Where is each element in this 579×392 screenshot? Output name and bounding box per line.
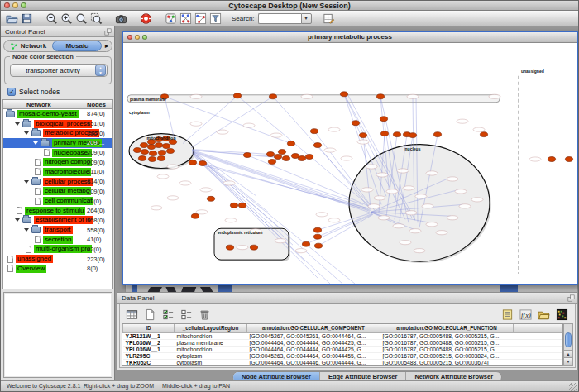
- graph-node[interactable]: [133, 148, 141, 153]
- graph-node[interactable]: [305, 155, 313, 160]
- graph-node[interactable]: [340, 92, 347, 97]
- snapshot-button[interactable]: [114, 12, 129, 26]
- graph-node[interactable]: [147, 145, 155, 150]
- graph-node[interactable]: [141, 150, 148, 155]
- tree-row[interactable]: macromolecule311(0): [3, 167, 112, 177]
- graph-node[interactable]: [157, 156, 165, 161]
- scroll-down-icon[interactable]: ▼: [564, 357, 572, 365]
- table-cell[interactable]: YPL036W__2: [123, 339, 175, 346]
- table-cell[interactable]: [GO:0016787, GO:0005215, GO:0003824, G..…: [380, 352, 514, 359]
- delete-attribute-button[interactable]: [198, 308, 213, 322]
- select-nodes-checkbox[interactable]: ✓: [7, 88, 16, 96]
- tree-row[interactable]: Overview8(0): [3, 264, 112, 274]
- table-cell[interactable]: cytoplasm: [175, 352, 247, 359]
- layout-b-button[interactable]: [194, 12, 208, 26]
- tab-overflow-arrow-icon[interactable]: ►: [102, 43, 112, 49]
- tab-mosaic[interactable]: Mosaic: [52, 41, 102, 51]
- graph-edge[interactable]: [237, 96, 370, 207]
- resize-grip[interactable]: [569, 383, 577, 391]
- tree-row[interactable]: mosaic-demo-yeast874(0): [3, 109, 112, 119]
- tree-row[interactable]: multi-organism pro42(0): [3, 245, 112, 255]
- graph-node[interactable]: [376, 94, 384, 99]
- function-builder-button[interactable]: [519, 308, 534, 322]
- table-cell[interactable]: [GO:0016787, GO:0005488, GO:0005215, G..…: [380, 339, 514, 346]
- graph-node[interactable]: [233, 93, 241, 98]
- table-cell[interactable]: YJR121W__1: [123, 332, 175, 339]
- graph-node[interactable]: [166, 149, 174, 154]
- graph-node[interactable]: [207, 196, 214, 201]
- graph-node[interactable]: [314, 243, 322, 248]
- birdseye-overview-panel[interactable]: [3, 292, 112, 378]
- graph-node[interactable]: [250, 245, 257, 250]
- tree-row[interactable]: primary metabo209(...: [3, 138, 112, 148]
- table-column-header[interactable]: ID: [123, 324, 175, 332]
- graph-edge[interactable]: [191, 97, 273, 148]
- table-cell[interactable]: [GO:0045263, GO:0044464, GO:0044455, G..…: [247, 352, 380, 359]
- graph-node[interactable]: [162, 144, 170, 149]
- filter-button[interactable]: [208, 12, 223, 26]
- zoom-out-button[interactable]: [45, 12, 60, 26]
- tree-row[interactable]: nitrogen compo209(0): [3, 157, 112, 167]
- graph-edge[interactable]: [194, 153, 373, 214]
- table-cell[interactable]: YLR295C: [123, 352, 175, 359]
- table-row[interactable]: YPL036W__2plasma membrane[GO:0044464, GO…: [123, 339, 562, 346]
- tree-row[interactable]: secretion41(0): [3, 235, 112, 245]
- graph-node[interactable]: [565, 157, 572, 162]
- graph-node[interactable]: [148, 157, 156, 162]
- tree-row[interactable]: cell communicat22(0): [3, 196, 112, 206]
- graph-node[interactable]: [268, 160, 275, 165]
- new-attribute-button[interactable]: [143, 308, 158, 322]
- expand-arrow-icon[interactable]: [24, 180, 29, 186]
- graph-node[interactable]: [238, 203, 246, 208]
- tree-row[interactable]: biological_process651(0): [3, 119, 112, 129]
- expand-arrow-icon[interactable]: [33, 141, 38, 147]
- table-cell[interactable]: [GO:0016787, GO:0005488, GO:0005215, G..…: [380, 346, 514, 352]
- edit-attributes-button[interactable]: [322, 12, 337, 26]
- select-attributes-button[interactable]: [161, 308, 176, 322]
- graph-node[interactable]: [548, 157, 555, 162]
- tab-network-attribute-browser[interactable]: Network Attribute Browser: [406, 372, 501, 380]
- tree-row[interactable]: cellular metabo209(0): [3, 187, 112, 197]
- table-row[interactable]: YKR052Ccytoplasm[GO:0044464, GO:0044446,…: [123, 359, 562, 366]
- expand-arrow-icon[interactable]: [15, 122, 20, 128]
- expand-arrow-icon[interactable]: [24, 228, 29, 234]
- table-cell[interactable]: YPL036W__1: [123, 346, 175, 352]
- graph-node[interactable]: [313, 143, 321, 148]
- graph-node[interactable]: [149, 151, 156, 156]
- vizmapper-button[interactable]: [164, 12, 179, 26]
- matrix-button[interactable]: [555, 308, 570, 322]
- table-cell[interactable]: plasma membrane: [175, 339, 247, 346]
- table-cell[interactable]: cytoplasm: [175, 359, 247, 366]
- table-cell[interactable]: [GO:0045267, GO:0045261, GO:0044464, G..…: [247, 332, 380, 339]
- graph-node[interactable]: [380, 117, 387, 122]
- select-all-button[interactable]: [125, 308, 140, 322]
- graph-node[interactable]: [199, 161, 206, 166]
- graph-node[interactable]: [359, 133, 366, 138]
- table-cell[interactable]: mitochondrion: [175, 346, 247, 352]
- zoom-fit-button[interactable]: [74, 12, 89, 26]
- zoom-in-button[interactable]: [60, 12, 74, 26]
- graph-node[interactable]: [380, 131, 388, 136]
- table-column-header[interactable]: [514, 324, 562, 332]
- table-row[interactable]: YJR121W__1mitochondrion[GO:0045267, GO:0…: [123, 332, 562, 339]
- graph-node[interactable]: [480, 132, 487, 137]
- graph-edge[interactable]: [183, 96, 237, 144]
- search-dropdown-arrow-icon[interactable]: ▼: [301, 13, 312, 24]
- table-row[interactable]: YLR295Ccytoplasm[GO:0045263, GO:0044464,…: [123, 352, 562, 359]
- graph-node[interactable]: [287, 141, 294, 146]
- float-panel-icon[interactable]: [104, 28, 112, 36]
- help-button[interactable]: [139, 12, 154, 26]
- expand-arrow-icon[interactable]: [15, 218, 20, 224]
- graph-node[interactable]: [243, 153, 251, 158]
- tree-row[interactable]: transport558(0): [3, 225, 112, 235]
- save-button[interactable]: [20, 12, 35, 26]
- scroll-up-icon[interactable]: ▲: [564, 350, 572, 357]
- graph-node[interactable]: [230, 203, 237, 208]
- graph-node[interactable]: [298, 156, 305, 161]
- table-cell[interactable]: [GO:0044464, GO:0044444, GO:0044425, G..…: [247, 346, 380, 352]
- graph-node[interactable]: [409, 133, 416, 138]
- graph-node[interactable]: [313, 234, 321, 239]
- graph-node[interactable]: [189, 160, 196, 165]
- tab-network[interactable]: Network: [4, 41, 52, 51]
- graph-node[interactable]: [274, 155, 281, 160]
